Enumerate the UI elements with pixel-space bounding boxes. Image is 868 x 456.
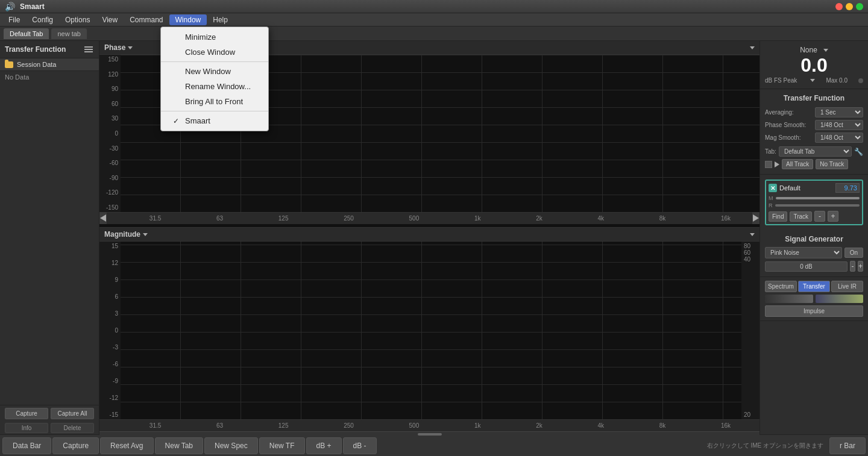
menu-bring-all[interactable]: Bring All to Front [161,94,268,109]
new-tab-button[interactable]: New Tab [155,437,203,454]
capture-all-button[interactable]: Capture All [51,408,94,419]
phase-y-90: 90 [112,86,118,92]
session-data-label: Session Data [17,61,56,68]
data-bar-button[interactable]: Data Bar [2,437,51,454]
capture-button[interactable]: Capture [5,408,48,419]
menu-window[interactable]: Window [169,14,207,25]
impulse-button[interactable]: Impulse [765,305,863,317]
phase-y-0: 0 [115,130,118,137]
magnitude-chart-menu[interactable] [750,233,755,236]
mag-x-31: 31.5 [149,422,161,429]
sidebar-capture-row: Capture Capture All [0,405,99,422]
menu-minimize[interactable]: Minimize [161,30,268,45]
reset-avg-button[interactable]: Reset Avg [100,437,153,454]
find-button[interactable]: Find [769,211,787,222]
sg-type-row: Pink Noise On [765,247,863,258]
tab-default[interactable]: Default Tab [4,28,49,39]
menu-smaart[interactable]: ✓ Smaart [161,113,268,128]
new-window-label: New Window [185,67,231,76]
averaging-select[interactable]: 1 Sec [815,107,863,117]
menu-help[interactable]: Help [207,14,234,25]
level-dropdown-arrow[interactable] [823,49,828,52]
menu-file[interactable]: File [2,14,26,25]
tf-settings: Transfer Function Averaging: 1 Sec Phase… [760,89,868,175]
plus-button[interactable]: + [828,211,838,222]
magnitude-chart-area[interactable] [121,242,741,419]
tab-select[interactable]: Default Tab [779,146,852,157]
r-bar-button[interactable]: r Bar [829,437,866,454]
maximize-button[interactable] [856,3,863,10]
session-data-row[interactable]: Session Data [0,58,99,71]
track-button[interactable]: Track [790,211,812,222]
track-header-row: ✕ Default [769,183,860,193]
track-value-input[interactable] [835,183,860,193]
sg-title: Signal Generator [765,235,863,243]
menu-new-window[interactable]: New Window [161,64,268,79]
sg-on-button[interactable]: On [844,248,863,258]
db-minus-button[interactable]: dB - [343,437,377,454]
phase-dropdown-arrow[interactable] [128,46,133,49]
phase-x-500: 500 [409,215,420,222]
live-ir-button[interactable]: Live IR [831,281,863,292]
mag-y-9: 9 [115,276,118,283]
all-track-button[interactable]: All Track [782,159,813,169]
menu-rename-window[interactable]: Rename Window... [161,79,268,94]
magnitude-dropdown-arrow[interactable] [143,233,148,236]
phase-y-n60: -60 [110,160,118,166]
mag-y-n15: -15 [110,411,118,418]
phase-x-31: 31.5 [149,215,161,222]
no-track-button[interactable]: No Track [816,159,848,169]
menu-view[interactable]: View [96,14,124,25]
menu-config[interactable]: Config [26,14,59,25]
sg-plus-button[interactable]: + [858,261,863,272]
mag-x-63: 63 [216,422,223,429]
menu-command[interactable]: Command [124,14,169,25]
none-dropdown[interactable]: None [800,46,817,54]
capture-bottom-button[interactable]: Capture [52,437,99,454]
menu-close-window[interactable]: Close Window [161,45,268,60]
mag-y-12: 12 [112,260,118,266]
spectrum-button[interactable]: Spectrum [765,281,797,292]
chart-nav-right[interactable] [752,212,760,224]
scroll-bar[interactable] [99,431,760,436]
mag-y-n6: -6 [113,361,118,367]
wrench-icon[interactable]: 🔧 [854,148,863,156]
level-unit-dropdown[interactable] [810,79,815,82]
m-bar [776,197,860,199]
tab-new[interactable]: new tab [51,28,87,39]
track-checkbox[interactable] [765,161,772,168]
chart-nav-left[interactable] [99,212,107,224]
minus-button[interactable]: - [814,211,825,222]
mag-y-6: 6 [115,293,118,300]
phase-chart-menu[interactable] [750,46,755,49]
db-plus-button[interactable]: dB + [306,437,342,454]
new-spec-button[interactable]: New Spec [204,437,258,454]
transfer-button[interactable]: Transfer [798,281,830,292]
info-button[interactable]: Info [5,423,48,433]
scroll-thumb[interactable] [418,433,442,436]
phase-x-250: 250 [344,215,354,222]
mag-yr-40: 40 [744,256,750,263]
sg-type-select[interactable]: Pink Noise [765,247,842,258]
track-footer-row: Find Track - + [769,211,860,222]
menu-options[interactable]: Options [59,14,96,25]
arrow-left-icon [100,214,106,222]
minimize-button[interactable] [846,3,853,10]
track-close-button[interactable]: ✕ [769,184,777,192]
magnitude-chart: Magnitude 15 12 9 6 3 0 -3 -6 [99,228,760,434]
close-button[interactable] [835,3,843,10]
phase-smooth-label: Phase Smooth: [765,122,806,128]
phase-smooth-select[interactable]: 1/48 Oct [815,120,863,130]
close-window-label: Close Window [185,48,235,57]
mag-smooth-select[interactable]: 1/48 Oct [815,133,863,143]
menu-separator-1 [161,61,268,62]
right-panel: None 0.0 dB FS Peak Max 0.0 Transfer Fun… [760,41,868,434]
db-input[interactable] [765,261,848,272]
tab-select-row: Tab: Default Tab 🔧 [765,146,863,157]
new-tf-button[interactable]: New TF [259,437,305,454]
delete-button[interactable]: Delete [51,423,94,433]
phase-y-150: 150 [108,56,118,63]
sidebar-menu-icon[interactable] [84,45,94,54]
sg-minus-button[interactable]: - [850,261,855,272]
play-icon[interactable] [775,161,779,167]
